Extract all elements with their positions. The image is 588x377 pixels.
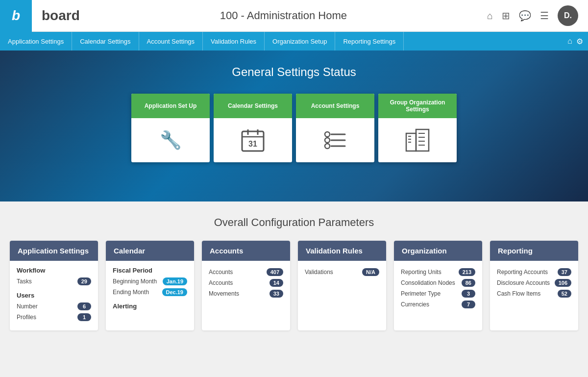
hero-card-group-org-settings-icon bbox=[395, 118, 440, 162]
config-card-reporting: Reporting Reporting Accounts 37 Disclosu… bbox=[490, 241, 578, 330]
hero-title: General Settings Status bbox=[232, 65, 356, 79]
config-card-organization: Organization Reporting Units 213 Consoli… bbox=[394, 241, 482, 330]
navbar-item-validation-rules[interactable]: Validation Rules bbox=[203, 32, 265, 50]
tasks-badge: 29 bbox=[77, 277, 91, 285]
navbar: Application Settings Calendar Settings A… bbox=[0, 32, 588, 50]
config-row-profiles: Profiles 1 bbox=[17, 312, 91, 323]
movements-label: Movements bbox=[209, 290, 239, 297]
config-card-reporting-title: Reporting bbox=[490, 241, 578, 261]
navbar-item-reporting-settings[interactable]: Reporting Settings bbox=[335, 32, 404, 50]
header: b board 100 - Administration Home ⌂ ⊞ 💬 … bbox=[0, 0, 588, 32]
config-card-validation-title: Validation Rules bbox=[298, 241, 386, 261]
config-row-accounts-407: Accounts 407 bbox=[209, 267, 283, 277]
config-card-app-settings: Application Settings Workflow Tasks 29 U… bbox=[10, 241, 98, 330]
config-row-disclosure-accounts: Disclosure Accounts 106 bbox=[497, 277, 571, 288]
hero-cards: Application Set Up 🔧 Calendar Settings 3… bbox=[129, 94, 459, 162]
accounts-14-badge: 14 bbox=[270, 279, 283, 287]
config-row-consolidation-nodes: Consolidation Nodes 86 bbox=[401, 277, 475, 288]
disclosure-accounts-label: Disclosure Accounts bbox=[497, 279, 550, 286]
chat-icon[interactable]: 💬 bbox=[519, 10, 531, 22]
section-title: Overall Configuration Parameters bbox=[10, 216, 578, 229]
hero-card-account-settings-icon bbox=[314, 118, 357, 162]
reporting-accounts-label: Reporting Accounts bbox=[497, 269, 548, 276]
svg-rect-12 bbox=[416, 129, 429, 151]
consolidation-nodes-label: Consolidation Nodes bbox=[401, 279, 455, 286]
config-row-accounts-14: Accounts 14 bbox=[209, 277, 283, 288]
config-row-ending-month: Ending Month Dec.19 bbox=[113, 287, 187, 298]
config-card-app-settings-title: Application Settings bbox=[10, 241, 98, 261]
settings-nav-icon[interactable]: ⚙ bbox=[576, 37, 583, 46]
svg-text:31: 31 bbox=[248, 140, 257, 148]
hero-section: General Settings Status Application Set … bbox=[0, 50, 588, 201]
currencies-badge: 7 bbox=[462, 301, 475, 308]
navbar-item-calendar-settings[interactable]: Calendar Settings bbox=[72, 32, 139, 50]
config-card-validation-body: Validations N/A bbox=[298, 267, 386, 277]
brand-name-area: board bbox=[32, 8, 90, 24]
brand-name: board bbox=[42, 8, 80, 24]
menu-icon[interactable]: ☰ bbox=[540, 10, 549, 22]
user-avatar[interactable]: D. bbox=[558, 5, 578, 26]
database-icon[interactable]: ⊞ bbox=[502, 10, 510, 22]
config-row-currencies: Currencies 7 bbox=[401, 299, 475, 310]
config-card-reporting-body: Reporting Accounts 37 Disclosure Account… bbox=[490, 267, 578, 299]
beginning-month-badge: Jan.19 bbox=[163, 277, 187, 285]
ending-month-label: Ending Month bbox=[113, 289, 149, 296]
config-card-accounts: Accounts Accounts 407 Accounts 14 Moveme… bbox=[202, 241, 290, 330]
calendar-alerting-label: Alerting bbox=[113, 302, 187, 310]
hero-card-group-org-settings-label: Group Organization Settings bbox=[378, 94, 457, 118]
header-icons: ⌂ ⊞ 💬 ☰ D. bbox=[477, 5, 588, 26]
hero-card-app-setup-icon: 🔧 bbox=[150, 118, 192, 162]
b-logo-icon: b bbox=[12, 8, 20, 24]
config-row-reporting-accounts: Reporting Accounts 37 bbox=[497, 267, 571, 277]
hero-card-app-setup[interactable]: Application Set Up 🔧 bbox=[131, 94, 210, 162]
currencies-label: Currencies bbox=[401, 301, 429, 308]
page-title: 100 - Administration Home bbox=[90, 9, 477, 22]
reporting-units-badge: 213 bbox=[459, 268, 475, 276]
calendar-fiscal-period-label: Fiscal Period bbox=[113, 267, 187, 274]
hero-card-account-settings-label: Account Settings bbox=[296, 94, 374, 118]
config-card-org-title: Organization bbox=[394, 241, 482, 261]
beginning-month-label: Beginning Month bbox=[113, 278, 157, 285]
logo-blue-box: b bbox=[0, 0, 32, 32]
accounts-407-label: Accounts bbox=[209, 269, 233, 276]
tasks-label: Tasks bbox=[17, 278, 32, 285]
config-row-movements: Movements 33 bbox=[209, 288, 283, 299]
home-nav-icon[interactable]: ⌂ bbox=[567, 37, 572, 46]
perimeter-type-label: Perimeter Type bbox=[401, 290, 441, 297]
hero-card-account-settings[interactable]: Account Settings bbox=[296, 94, 374, 162]
config-card-calendar-title: Calendar bbox=[106, 241, 194, 261]
navbar-item-account-settings[interactable]: Account Settings bbox=[139, 32, 203, 50]
config-cards-grid: Application Settings Workflow Tasks 29 U… bbox=[10, 241, 578, 330]
hero-card-app-setup-label: Application Set Up bbox=[131, 94, 210, 118]
accounts-14-label: Accounts bbox=[209, 279, 233, 286]
reporting-accounts-badge: 37 bbox=[558, 268, 571, 276]
hero-card-group-org-settings[interactable]: Group Organization Settings bbox=[378, 94, 457, 162]
svg-point-9 bbox=[325, 144, 330, 149]
ending-month-badge: Dec.19 bbox=[162, 288, 187, 296]
profiles-label: Profiles bbox=[17, 314, 36, 321]
svg-point-5 bbox=[325, 132, 330, 137]
hero-card-calendar-settings-icon: 31 bbox=[231, 118, 275, 162]
app-settings-workflow-label: Workflow bbox=[17, 267, 91, 274]
profiles-badge: 1 bbox=[77, 313, 91, 321]
app-settings-users-label: Users bbox=[17, 292, 91, 299]
svg-point-7 bbox=[325, 138, 330, 143]
config-card-calendar: Calendar Fiscal Period Beginning Month J… bbox=[106, 241, 194, 330]
config-row-tasks: Tasks 29 bbox=[17, 276, 91, 287]
config-row-validations: Validations N/A bbox=[305, 267, 379, 277]
perimeter-type-badge: 3 bbox=[462, 290, 475, 298]
config-card-calendar-body: Fiscal Period Beginning Month Jan.19 End… bbox=[106, 267, 194, 310]
navbar-item-app-settings[interactable]: Application Settings bbox=[0, 32, 72, 50]
navbar-actions: ⌂ ⚙ bbox=[563, 37, 588, 46]
config-card-validation-rules: Validation Rules Validations N/A bbox=[298, 241, 386, 330]
number-badge: 6 bbox=[77, 302, 91, 310]
cash-flow-items-label: Cash Flow Items bbox=[497, 290, 540, 297]
config-row-cash-flow-items: Cash Flow Items 52 bbox=[497, 288, 571, 299]
navbar-item-org-setup[interactable]: Organization Setup bbox=[265, 32, 335, 50]
hero-card-calendar-settings[interactable]: Calendar Settings 31 bbox=[214, 94, 292, 162]
config-card-org-body: Reporting Units 213 Consolidation Nodes … bbox=[394, 267, 482, 310]
reporting-units-label: Reporting Units bbox=[401, 269, 441, 276]
home-icon[interactable]: ⌂ bbox=[487, 10, 493, 22]
config-card-accounts-body: Accounts 407 Accounts 14 Movements 33 bbox=[202, 267, 290, 299]
movements-badge: 33 bbox=[270, 290, 283, 298]
